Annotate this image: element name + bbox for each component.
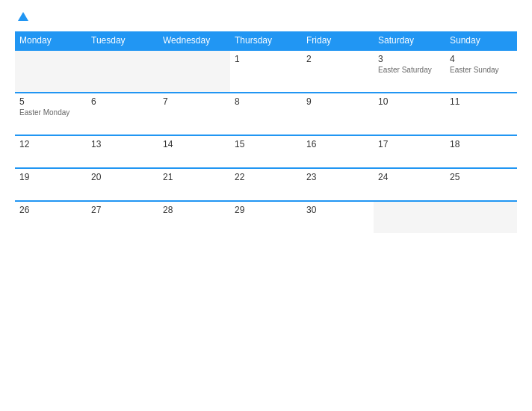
calendar-cell [374, 201, 445, 233]
day-number: 29 [235, 205, 297, 215]
day-number: 9 [306, 96, 369, 107]
calendar-week-row: 5Easter Monday67891011 [15, 93, 517, 135]
calendar-cell: 25 [445, 168, 517, 201]
calendar-week-row: 2627282930 [15, 201, 517, 233]
calendar-cell: 27 [87, 201, 158, 233]
day-number: 13 [91, 139, 154, 149]
day-number: 8 [235, 96, 297, 107]
calendar-cell: 2 [302, 50, 374, 93]
calendar-cell: 7 [158, 93, 230, 135]
day-number: 2 [306, 54, 369, 64]
weekday-header-tuesday: Tuesday [87, 31, 158, 50]
day-number: 19 [19, 172, 82, 182]
calendar-cell: 30 [302, 201, 374, 233]
calendar-cell: 20 [87, 168, 158, 201]
day-number: 26 [19, 205, 82, 215]
calendar-cell: 22 [230, 168, 302, 201]
day-number: 30 [306, 205, 369, 215]
day-number: 10 [378, 96, 441, 107]
calendar-cell: 28 [158, 201, 230, 233]
calendar-cell: 16 [302, 135, 374, 168]
day-number: 12 [19, 139, 82, 149]
holiday-label: Easter Saturday [378, 66, 441, 74]
calendar-cell: 17 [374, 135, 445, 168]
day-number: 16 [306, 139, 369, 149]
calendar-table: MondayTuesdayWednesdayThursdayFridaySatu… [15, 31, 517, 233]
day-number: 28 [163, 205, 226, 215]
day-number: 3 [378, 54, 441, 64]
calendar-cell: 13 [87, 135, 158, 168]
calendar-cell: 3Easter Saturday [374, 50, 445, 93]
header [15, 12, 517, 22]
day-number: 17 [378, 139, 441, 149]
weekday-header-monday: Monday [15, 31, 87, 50]
day-number: 14 [163, 139, 226, 149]
weekday-header-row: MondayTuesdayWednesdayThursdayFridaySatu… [15, 31, 517, 50]
logo [15, 12, 28, 22]
holiday-label: Easter Monday [19, 108, 82, 117]
calendar-cell [445, 201, 517, 233]
day-number: 4 [450, 54, 513, 64]
day-number: 7 [163, 96, 226, 107]
calendar-cell [15, 50, 87, 93]
calendar-cell: 26 [15, 201, 87, 233]
calendar-header: MondayTuesdayWednesdayThursdayFridaySatu… [15, 31, 517, 50]
calendar-cell: 23 [302, 168, 374, 201]
calendar-cell: 5Easter Monday [15, 93, 87, 135]
calendar-cell: 9 [302, 93, 374, 135]
day-number: 15 [235, 139, 297, 149]
day-number: 18 [450, 139, 513, 149]
calendar-cell [158, 50, 230, 93]
holiday-label: Easter Sunday [450, 66, 513, 74]
day-number: 1 [235, 54, 297, 64]
day-number: 24 [378, 172, 441, 182]
calendar-week-row: 123Easter Saturday4Easter Sunday [15, 50, 517, 93]
calendar-cell: 19 [15, 168, 87, 201]
calendar-cell: 8 [230, 93, 302, 135]
calendar-cell: 21 [158, 168, 230, 201]
calendar-week-row: 12131415161718 [15, 135, 517, 168]
weekday-header-friday: Friday [302, 31, 374, 50]
day-number: 20 [91, 172, 154, 182]
weekday-header-thursday: Thursday [230, 31, 302, 50]
day-number: 6 [91, 96, 154, 107]
weekday-header-saturday: Saturday [374, 31, 445, 50]
day-number: 27 [91, 205, 154, 215]
calendar-cell [87, 50, 158, 93]
calendar-page: MondayTuesdayWednesdayThursdayFridaySatu… [0, 0, 532, 411]
weekday-header-wednesday: Wednesday [158, 31, 230, 50]
day-number: 21 [163, 172, 226, 182]
calendar-cell: 18 [445, 135, 517, 168]
calendar-cell: 11 [445, 93, 517, 135]
logo-text [15, 12, 28, 22]
calendar-week-row: 19202122232425 [15, 168, 517, 201]
day-number: 11 [450, 96, 513, 107]
calendar-cell: 15 [230, 135, 302, 168]
calendar-cell: 4Easter Sunday [445, 50, 517, 93]
calendar-cell: 10 [374, 93, 445, 135]
day-number: 25 [450, 172, 513, 182]
day-number: 23 [306, 172, 369, 182]
day-number: 5 [19, 96, 82, 107]
day-number: 22 [235, 172, 297, 182]
calendar-cell: 12 [15, 135, 87, 168]
calendar-cell: 29 [230, 201, 302, 233]
calendar-cell: 14 [158, 135, 230, 168]
calendar-cell: 1 [230, 50, 302, 93]
calendar-cell: 6 [87, 93, 158, 135]
calendar-body: 123Easter Saturday4Easter Sunday5Easter … [15, 50, 517, 233]
calendar-cell: 24 [374, 168, 445, 201]
weekday-header-sunday: Sunday [445, 31, 517, 50]
logo-triangle-icon [18, 12, 28, 21]
